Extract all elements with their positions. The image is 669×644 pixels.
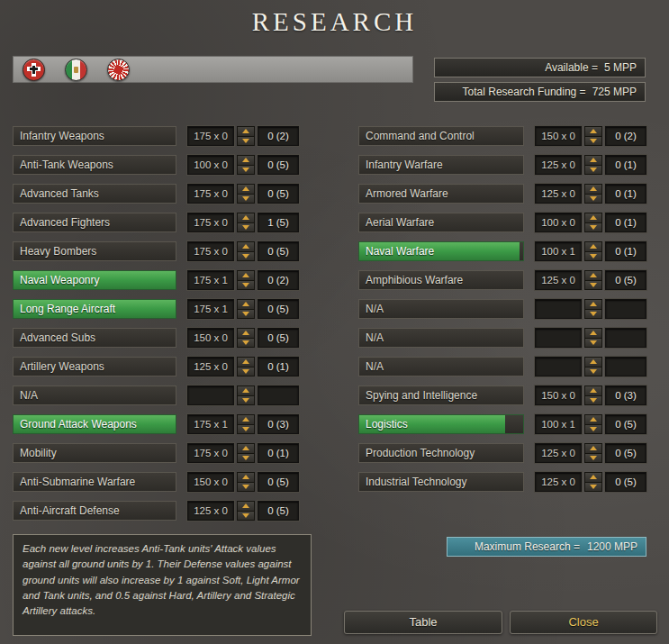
spin-up-button[interactable] xyxy=(238,358,254,367)
japan-rising-sun-flag-icon[interactable] xyxy=(107,59,130,81)
spin-up-button[interactable] xyxy=(238,502,254,512)
spin-down-button[interactable] xyxy=(238,483,254,492)
arrow-up-icon xyxy=(590,388,597,393)
spin-up-button[interactable] xyxy=(585,444,601,454)
spin-down-button[interactable] xyxy=(585,281,601,290)
spin-down-button[interactable] xyxy=(585,454,601,463)
close-button[interactable]: Close xyxy=(510,611,657,634)
spin-up-button[interactable] xyxy=(238,242,254,252)
spin-down-button[interactable] xyxy=(238,281,254,290)
research-label-infantry-weapons[interactable]: Infantry Weapons xyxy=(13,126,176,146)
research-label-long-range-aircraft[interactable]: Long Range Aircraft xyxy=(13,299,176,319)
research-label-amphibious-warfare[interactable]: Amphibious Warfare xyxy=(358,270,524,290)
research-label-artillery-weapons[interactable]: Artillery Weapons xyxy=(13,357,176,376)
spin-down-button[interactable] xyxy=(585,483,601,492)
research-label-advanced-tanks[interactable]: Advanced Tanks xyxy=(13,184,176,204)
spin-down-button[interactable] xyxy=(238,339,254,348)
spin-down-button[interactable] xyxy=(585,195,601,204)
spin-down-button[interactable] xyxy=(238,166,254,175)
research-label-logistics[interactable]: Logistics xyxy=(358,414,524,434)
spin-up-button[interactable] xyxy=(238,185,254,195)
spin-up-button[interactable] xyxy=(585,300,601,310)
spin-down-button[interactable] xyxy=(238,310,254,319)
research-label-industrial-technology[interactable]: Industrial Technology xyxy=(358,472,524,492)
spin-down-button[interactable] xyxy=(585,425,601,434)
research-label-heavy-bombers[interactable]: Heavy Bombers xyxy=(13,241,176,261)
research-label-naval-warfare[interactable]: Naval Warfare xyxy=(358,241,524,261)
italy-flag-icon[interactable] xyxy=(65,59,87,81)
research-spinner xyxy=(584,357,602,376)
research-label-naval-weaponry[interactable]: Naval Weaponry xyxy=(13,270,176,290)
germany-roundel-flag-icon[interactable] xyxy=(23,59,45,81)
spin-up-button[interactable] xyxy=(238,300,254,310)
research-label-text: Command and Control xyxy=(366,130,475,142)
spin-up-button[interactable] xyxy=(238,271,254,281)
spin-up-button[interactable] xyxy=(238,329,254,339)
research-label-spying-and-intelligence[interactable]: Spying and Intelligence xyxy=(358,385,524,405)
spin-down-button[interactable] xyxy=(238,425,254,434)
research-label-ground-attack-weapons[interactable]: Ground Attack Weapons xyxy=(13,414,176,434)
arrow-down-icon xyxy=(590,225,597,230)
spin-up-button[interactable] xyxy=(238,213,254,223)
spin-up-button[interactable] xyxy=(585,271,601,281)
arrow-up-icon xyxy=(590,446,597,450)
arrow-up-icon xyxy=(590,475,597,479)
spin-up-button[interactable] xyxy=(585,473,601,483)
spin-down-button[interactable] xyxy=(238,137,254,146)
spin-down-button[interactable] xyxy=(238,195,254,204)
spin-down-button[interactable] xyxy=(238,454,254,463)
spin-down-button[interactable] xyxy=(238,223,254,232)
spin-down-button[interactable] xyxy=(585,339,601,348)
research-cost-box: 175 x 0 xyxy=(187,184,234,204)
spin-down-button[interactable] xyxy=(238,252,254,261)
research-label-n-a[interactable]: N/A xyxy=(358,328,524,348)
spin-up-button[interactable] xyxy=(585,415,601,425)
research-label-anti-submarine-warfare[interactable]: Anti-Submarine Warfare xyxy=(13,472,176,492)
spin-up-button[interactable] xyxy=(238,156,254,166)
arrow-down-icon xyxy=(242,225,249,230)
spin-down-button[interactable] xyxy=(585,252,601,261)
spin-down-button[interactable] xyxy=(585,310,601,319)
spin-up-button[interactable] xyxy=(585,127,601,137)
spin-down-button[interactable] xyxy=(585,367,601,376)
spin-down-button[interactable] xyxy=(238,396,254,405)
research-label-n-a[interactable]: N/A xyxy=(358,357,524,376)
spin-up-button[interactable] xyxy=(585,242,601,252)
spin-up-button[interactable] xyxy=(585,386,601,396)
spin-up-button[interactable] xyxy=(238,444,254,454)
research-label-infantry-warfare[interactable]: Infantry Warfare xyxy=(358,155,524,175)
research-label-anti-aircraft-defense[interactable]: Anti-Aircraft Defense xyxy=(13,501,176,521)
spin-up-button[interactable] xyxy=(585,185,601,195)
spin-down-button[interactable] xyxy=(238,367,254,376)
research-label-advanced-subs[interactable]: Advanced Subs xyxy=(13,328,176,348)
spin-up-button[interactable] xyxy=(585,213,601,223)
research-label-anti-tank-weapons[interactable]: Anti-Tank Weapons xyxy=(13,155,176,175)
research-label-command-and-control[interactable]: Command and Control xyxy=(358,126,524,146)
research-label-production-technology[interactable]: Production Technology xyxy=(358,443,524,463)
research-label-text: Infantry Warfare xyxy=(366,159,443,171)
spin-up-button[interactable] xyxy=(585,358,601,367)
research-label-advanced-fighters[interactable]: Advanced Fighters xyxy=(13,213,176,232)
research-row-anti-aircraft-defense: Anti-Aircraft Defense 125 x 0 0 (5) xyxy=(13,501,299,521)
spin-down-button[interactable] xyxy=(238,512,254,521)
arrow-down-icon xyxy=(590,340,597,345)
spin-up-button[interactable] xyxy=(238,127,254,137)
spin-down-button[interactable] xyxy=(585,137,601,146)
research-count-box: 1 (5) xyxy=(258,213,299,232)
table-button[interactable]: Table xyxy=(344,611,502,634)
research-label-n-a[interactable]: N/A xyxy=(13,385,176,405)
spin-up-button[interactable] xyxy=(238,415,254,425)
spin-up-button[interactable] xyxy=(238,473,254,483)
arrow-down-icon xyxy=(590,283,597,287)
spin-down-button[interactable] xyxy=(585,223,601,232)
spin-down-button[interactable] xyxy=(585,396,601,405)
spin-up-button[interactable] xyxy=(238,386,254,396)
research-label-text: Armored Warfare xyxy=(366,187,448,200)
research-label-n-a[interactable]: N/A xyxy=(358,299,524,319)
spin-up-button[interactable] xyxy=(585,156,601,166)
research-label-mobility[interactable]: Mobility xyxy=(13,443,176,463)
spin-up-button[interactable] xyxy=(585,329,601,339)
research-label-armored-warfare[interactable]: Armored Warfare xyxy=(358,184,524,204)
research-label-aerial-warfare[interactable]: Aerial Warfare xyxy=(358,213,524,232)
spin-down-button[interactable] xyxy=(585,166,601,175)
